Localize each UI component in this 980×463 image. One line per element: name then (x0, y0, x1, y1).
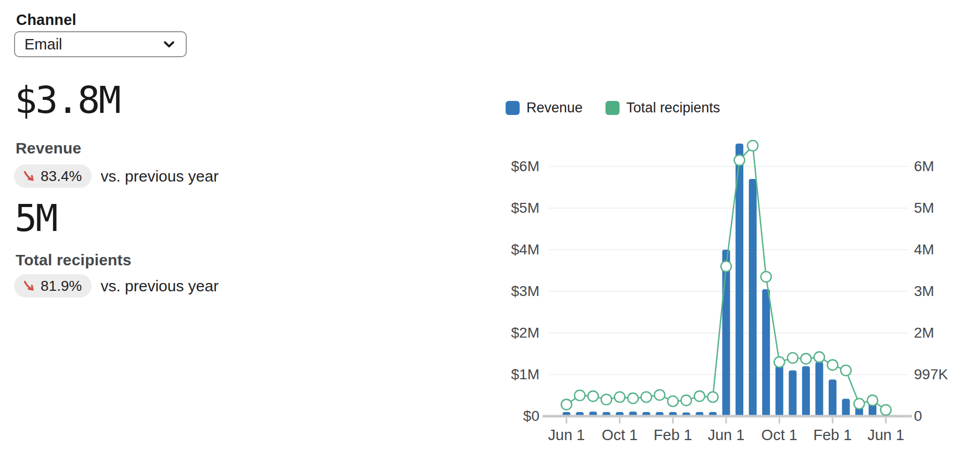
recipients-point[interactable] (721, 261, 731, 272)
channel-select-value: Email (24, 36, 62, 53)
recipients-point[interactable] (801, 354, 811, 364)
y-axis-left-label: $4M (511, 241, 539, 258)
y-axis-right-label: 3M (914, 283, 934, 299)
x-axis-label: Jun 1 (548, 427, 585, 443)
chart-legend: Revenue Total recipients (506, 100, 720, 116)
revenue-bar[interactable] (842, 398, 850, 416)
trend-down-arrow-icon (22, 279, 36, 293)
recipients-point[interactable] (628, 393, 638, 404)
recipients-point[interactable] (614, 392, 625, 402)
recipients-point[interactable] (814, 352, 824, 362)
revenue-bar[interactable] (816, 362, 823, 416)
recipients-change-badge: 81.9% (14, 274, 92, 298)
recipients-point[interactable] (881, 405, 891, 415)
recipients-point[interactable] (654, 390, 665, 400)
revenue-change-percent: 83.4% (41, 168, 82, 185)
y-axis-left-label: $2M (511, 325, 539, 341)
recipients-comparison-text: vs. previous year (100, 277, 218, 295)
legend-item-total-recipients[interactable]: Total recipients (605, 100, 720, 116)
channel-filter-label: Channel (16, 11, 76, 29)
chevron-down-icon (162, 37, 176, 52)
x-axis-label: Oct 1 (762, 427, 797, 443)
recipients-point[interactable] (734, 155, 745, 165)
recipients-point[interactable] (561, 400, 572, 410)
revenue-swatch-icon (506, 101, 520, 115)
revenue-bar[interactable] (829, 380, 836, 416)
recipients-point[interactable] (761, 272, 771, 282)
y-axis-right-label: 0 (914, 408, 922, 424)
revenue-change-badge: 83.4% (14, 164, 92, 188)
recipients-point[interactable] (707, 392, 718, 402)
revenue-bar[interactable] (789, 370, 796, 416)
x-axis-label: Oct 1 (602, 427, 638, 443)
recipients-point[interactable] (774, 357, 784, 367)
recipients-point[interactable] (694, 391, 705, 402)
x-axis-label: Jun 1 (867, 427, 904, 443)
recipients-point[interactable] (641, 392, 651, 402)
revenue-recipients-chart: $0$1M$2M$3M$4M$5M$6M0997K2M3M4M5M6MJun 1… (499, 122, 957, 463)
revenue-kpi-label: Revenue (16, 139, 81, 157)
recipients-point[interactable] (588, 391, 598, 402)
revenue-bar[interactable] (776, 365, 783, 416)
revenue-bar[interactable] (762, 289, 770, 416)
recipients-point[interactable] (788, 353, 798, 363)
y-axis-left-label: $5M (511, 200, 539, 216)
recipients-point[interactable] (575, 390, 585, 401)
y-axis-left-label: $6M (511, 158, 539, 174)
recipients-point[interactable] (747, 140, 758, 151)
revenue-change-row: 83.4% vs. previous year (14, 164, 218, 188)
recipients-swatch-icon (605, 101, 620, 115)
recipients-point[interactable] (867, 395, 878, 406)
trend-down-arrow-icon (22, 169, 36, 183)
y-axis-right-label: 6M (914, 158, 934, 174)
x-axis-label: Jun 1 (707, 427, 744, 443)
recipients-point[interactable] (828, 360, 838, 370)
y-axis-right-label: 5M (914, 200, 934, 216)
y-axis-left-label: $0 (523, 408, 539, 424)
recipients-point[interactable] (681, 395, 691, 406)
revenue-comparison-text: vs. previous year (100, 168, 218, 185)
recipients-point[interactable] (841, 365, 851, 376)
y-axis-right-label: 997K (914, 366, 948, 382)
recipients-change-percent: 81.9% (41, 278, 82, 294)
channel-select[interactable]: Email (14, 31, 187, 57)
revenue-bar[interactable] (802, 366, 810, 416)
x-axis-label: Feb 1 (814, 427, 852, 443)
recipients-kpi-value: 5M (15, 199, 57, 237)
revenue-bar[interactable] (749, 179, 757, 416)
y-axis-left-label: $3M (511, 283, 539, 299)
legend-label: Revenue (526, 100, 583, 116)
x-axis-label: Feb 1 (654, 427, 692, 443)
recipients-change-row: 81.9% vs. previous year (14, 274, 218, 298)
recipients-point[interactable] (601, 394, 612, 405)
recipients-point[interactable] (668, 396, 678, 406)
y-axis-right-label: 2M (914, 325, 934, 341)
recipients-point[interactable] (854, 398, 865, 409)
y-axis-left-label: $1M (511, 366, 539, 382)
revenue-bar[interactable] (722, 250, 730, 416)
legend-item-revenue[interactable]: Revenue (506, 100, 583, 116)
y-axis-right-label: 4M (914, 241, 934, 258)
revenue-kpi-value: $3.8M (15, 81, 120, 119)
recipients-kpi-label: Total recipients (16, 251, 132, 269)
legend-label: Total recipients (626, 100, 720, 116)
